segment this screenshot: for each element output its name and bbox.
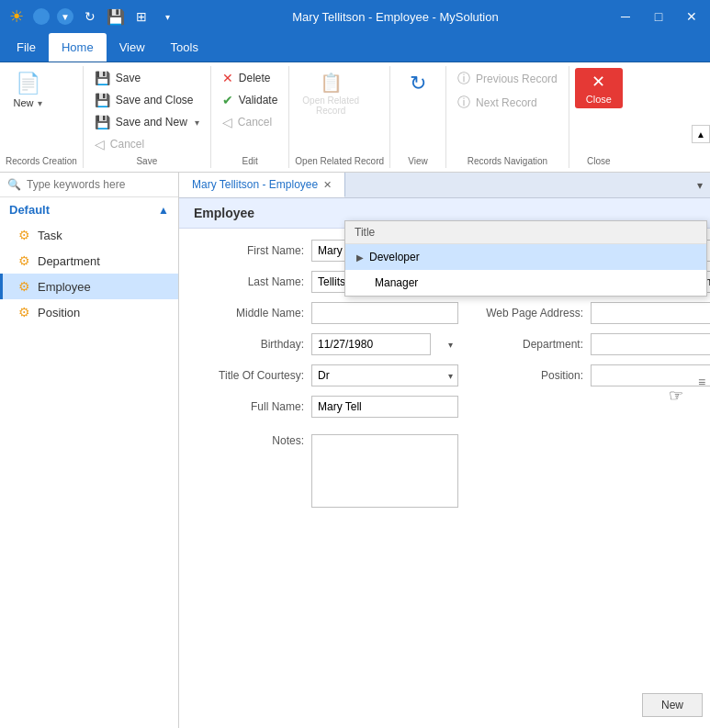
edit-group-label: Edit (217, 154, 283, 166)
web-page-input[interactable] (591, 302, 710, 324)
developer-label: Developer (369, 251, 420, 263)
close-btn[interactable]: ✕ (681, 6, 703, 28)
sidebar-item-employee[interactable]: ⚙ Employee (0, 274, 178, 299)
nav-icon-1[interactable] (33, 8, 50, 25)
department-select[interactable] (591, 333, 710, 355)
tab-close-btn[interactable]: ✕ (323, 179, 332, 191)
title-bar: ☀ ▼ ↻ 💾 ⊞ ▾ Mary Tellitson - Employee - … (0, 0, 710, 33)
open-related-group-label: Open Related Record (295, 154, 384, 166)
close-record-icon: ✕ (592, 72, 605, 92)
edit-buttons-col: ✕ Delete ✔ Validate ◁ Cancel (217, 68, 283, 132)
title-courtesy-row: Title Of Courtesy: Dr Mr Ms ▾ (194, 364, 458, 386)
minimize-btn[interactable]: ─ (614, 6, 637, 28)
edit-group: ✕ Delete ✔ Validate ◁ Cancel Edit (211, 66, 289, 168)
cancel-button[interactable]: ◁ Cancel (89, 134, 205, 154)
title-courtesy-select[interactable]: Dr Mr Ms (311, 364, 458, 386)
department-label: Department: (473, 338, 583, 351)
search-input[interactable] (27, 178, 171, 191)
employee-tab[interactable]: Mary Tellitson - Employee ✕ (179, 173, 345, 197)
birthday-input[interactable] (311, 333, 431, 355)
save-new-arrow: ▾ (195, 118, 199, 128)
menu-tools[interactable]: Tools (158, 33, 211, 62)
save-new-icon: 💾 (95, 115, 110, 129)
save-close-icon: 💾 (95, 93, 110, 107)
open-related-button[interactable]: 📋 Open RelatedRecord (295, 68, 366, 119)
sidebar-item-position-label: Position (38, 306, 80, 319)
employee-cog-icon: ⚙ (18, 279, 30, 294)
new-record-button[interactable]: 📄 New ▾ (6, 68, 50, 112)
save-new-button[interactable]: 💾 Save and New ▾ (89, 112, 205, 132)
refresh-icon[interactable]: ↻ (81, 7, 99, 26)
dropdown-icon[interactable]: ▾ (158, 7, 176, 26)
view-group-content: ↻ (396, 68, 440, 154)
ribbon-collapse-btn[interactable]: ▲ (692, 125, 710, 143)
save-button[interactable]: 💾 Save (89, 68, 205, 88)
cancel-icon: ◁ (95, 137, 105, 151)
previous-icon: ⓘ (457, 71, 470, 87)
dropdown-item-manager[interactable]: Manager (345, 270, 706, 296)
sidebar-item-position[interactable]: ⚙ Position (0, 299, 178, 325)
save-group: 💾 Save 💾 Save and Close 💾 Save and New ▾… (84, 66, 211, 168)
title-courtesy-label: Title Of Courtesy: (194, 369, 304, 382)
sidebar-collapse-icon: ▲ (158, 204, 169, 217)
new-button[interactable]: New (642, 693, 703, 717)
full-name-row: Full Name: (194, 396, 458, 418)
records-nav-group: ⓘ Previous Record ⓘ Next Record Records … (446, 66, 569, 168)
view-group: ↻ View (390, 66, 446, 168)
dropdown-item-developer[interactable]: ▶ Developer (345, 244, 706, 270)
position-select[interactable] (591, 364, 710, 386)
close-record-button[interactable]: ✕ Close (575, 68, 623, 108)
nav-icon-2[interactable]: ▼ (57, 8, 73, 25)
search-bar: 🔍 (0, 173, 178, 197)
position-cog-icon: ⚙ (18, 305, 30, 319)
open-related-label: Open RelatedRecord (302, 95, 359, 116)
close-group: ✕ Close Close (569, 66, 628, 168)
sidebar-item-task-label: Task (38, 229, 62, 242)
birthday-dropdown-arrow: ▾ (448, 340, 453, 350)
sidebar-section-default[interactable]: Default ▲ (0, 197, 178, 222)
notes-label: Notes: (194, 434, 304, 447)
full-name-input[interactable] (311, 396, 458, 418)
records-nav-col: ⓘ Previous Record ⓘ Next Record (452, 68, 563, 114)
next-record-button[interactable]: ⓘ Next Record (452, 92, 563, 114)
title-courtesy-wrapper: Dr Mr Ms ▾ (311, 364, 458, 386)
employee-tab-label: Mary Tellitson - Employee (192, 178, 318, 191)
open-related-content: 📋 Open RelatedRecord (295, 68, 384, 154)
middle-name-row: Middle Name: (194, 302, 458, 324)
previous-record-button[interactable]: ⓘ Previous Record (452, 68, 563, 90)
maximize-btn[interactable]: □ (648, 6, 670, 28)
middle-name-label: Middle Name: (194, 307, 304, 319)
menu-file[interactable]: File (4, 33, 49, 62)
save-close-button[interactable]: 💾 Save and Close (89, 90, 205, 110)
refresh-view-button[interactable]: ↻ (396, 68, 440, 99)
menu-view[interactable]: View (107, 33, 158, 62)
title-bar-left: ☀ ▼ ↻ 💾 ⊞ ▾ (7, 7, 176, 26)
app-icon: ☀ (7, 7, 26, 26)
first-name-label: First Name: (194, 244, 304, 257)
tab-dropdown-btn[interactable]: ▾ (690, 174, 710, 197)
dropdown-header: Title (345, 221, 706, 244)
notes-textarea[interactable] (311, 434, 458, 508)
save-disk-icon: 💾 (95, 71, 110, 85)
validate-button[interactable]: ✔ Validate (217, 90, 283, 110)
ribbon: 📄 New ▾ Records Creation 💾 Save 💾 Save a… (0, 62, 710, 173)
save-group-content: 💾 Save 💾 Save and Close 💾 Save and New ▾… (89, 68, 205, 154)
scroll-indicator: ≡ (694, 375, 709, 389)
grid-icon[interactable]: ⊞ (132, 7, 151, 26)
save-icon[interactable]: 💾 (107, 7, 125, 26)
open-related-group: 📋 Open RelatedRecord Open Related Record (289, 66, 390, 168)
close-group-label: Close (575, 154, 623, 166)
sidebar-item-department[interactable]: ⚙ Department (0, 248, 178, 274)
close-group-content: ✕ Close (575, 68, 623, 154)
ribbon-wrapper: 📄 New ▾ Records Creation 💾 Save 💾 Save a… (0, 62, 710, 173)
edit-cancel-button[interactable]: ◁ Cancel (217, 112, 283, 132)
middle-name-input[interactable] (311, 302, 458, 324)
menu-home[interactable]: Home (49, 33, 107, 62)
records-creation-content: 📄 New ▾ (6, 68, 77, 154)
delete-button[interactable]: ✕ Delete (217, 68, 283, 88)
sidebar-section-label: Default (9, 203, 50, 217)
sidebar: 🔍 Default ▲ ⚙ Task ⚙ Department ⚙ Employ… (0, 173, 179, 728)
new-doc-icon: 📄 (16, 72, 40, 95)
position-dropdown: Title ▶ Developer Manager (344, 220, 707, 297)
sidebar-item-task[interactable]: ⚙ Task (0, 222, 178, 248)
